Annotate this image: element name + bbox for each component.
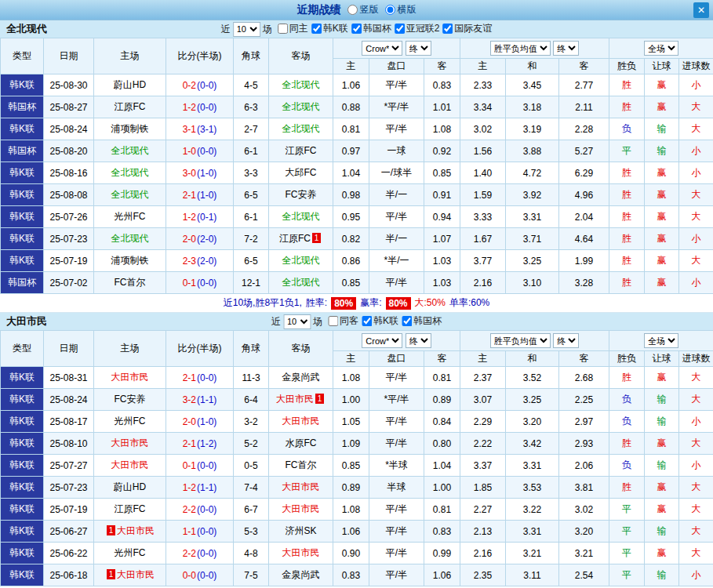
match-date: 25-08-20 [44, 140, 94, 162]
match-date: 25-08-08 [44, 184, 94, 206]
result-goals: 大 [679, 521, 713, 543]
view-option-vertical[interactable]: 竖版 [347, 3, 379, 16]
match-score: 2-1(1-2) [166, 433, 234, 455]
result-handicap: 赢 [645, 96, 679, 118]
result-handicap: 赢 [645, 184, 679, 206]
odds-final-select[interactable]: 终 [406, 333, 431, 348]
home-team-name: 蔚山HD [114, 79, 146, 90]
avg-away: 2.97 [559, 411, 609, 433]
red-card-badge: 1 [312, 233, 321, 243]
corner-score: 3-2 [234, 411, 269, 433]
avg-type-select[interactable]: 胜平负均值 [490, 41, 551, 56]
fulltime-score: 2-3 [183, 256, 196, 267]
result-goals: 小 [679, 228, 713, 250]
result-handicap: 赢 [645, 367, 679, 389]
header-result-handicap: 让球 [645, 59, 679, 74]
avg-final-select[interactable]: 终 [553, 333, 579, 348]
odds-final-select[interactable]: 终 [406, 41, 431, 56]
avg-away: 4.64 [559, 228, 609, 250]
filter-option[interactable]: 韩国杯 [351, 22, 391, 35]
filter-checkbox[interactable] [278, 24, 288, 34]
league-badge: 韩K联 [1, 250, 44, 272]
filter-option[interactable]: 韩K联 [311, 22, 348, 35]
filter-checkbox[interactable] [311, 24, 322, 34]
corner-score: 6-1 [234, 206, 269, 228]
away-team-name: 济州SK [285, 525, 316, 536]
vertical-radio[interactable] [347, 5, 358, 15]
odds-home: 1.06 [333, 74, 369, 96]
odds-away: 0.84 [424, 411, 460, 433]
dialog-title: 近期战绩 [297, 3, 341, 17]
red-card-badge: 1 [107, 569, 115, 579]
league-badge: 韩K联 [1, 564, 44, 586]
away-team-name: 大田市民 [276, 394, 314, 405]
match-count-select[interactable]: 10 [283, 314, 311, 329]
filter-option[interactable]: 韩国杯 [402, 314, 442, 328]
avg-home: 3.02 [460, 118, 506, 140]
red-card-badge: 1 [107, 525, 115, 535]
away-team-cell: 全北现代 [269, 250, 333, 272]
summary-handicap-rate-label: 赢率: [360, 296, 381, 310]
avg-away: 3.81 [559, 477, 609, 499]
league-badge: 韩K联 [1, 228, 44, 250]
header-odds-home: 主 [333, 59, 369, 74]
avg-draw: 3.52 [506, 367, 559, 389]
filter-option[interactable]: 同客 [328, 314, 358, 328]
match-date: 25-08-10 [44, 433, 94, 455]
match-date: 25-08-27 [44, 96, 94, 118]
match-score: 3-2(1-1) [166, 389, 234, 411]
header-avg-away: 客 [559, 59, 609, 74]
result-goals: 大 [679, 433, 713, 455]
filter-checkbox[interactable] [442, 24, 453, 34]
avg-home: 3.07 [460, 389, 506, 411]
away-team-cell: FC安养 [269, 184, 333, 206]
avg-draw: 3.42 [506, 433, 559, 455]
titlebar: 近期战绩 竖版 横版 ✕ [0, 0, 713, 20]
filter-option[interactable]: 同主 [278, 22, 308, 35]
avg-away: 3.20 [559, 521, 609, 543]
horizontal-radio[interactable] [385, 5, 395, 15]
home-team-cell: 大田市民 [94, 455, 166, 477]
avg-draw: 3.21 [506, 543, 559, 564]
avg-type-select[interactable]: 胜平负均值 [490, 333, 551, 348]
match-date: 25-08-16 [44, 162, 94, 184]
home-team-name: FC首尔 [115, 277, 146, 288]
avg-final-select[interactable]: 终 [553, 41, 579, 56]
odds-company-select[interactable]: Crow* [362, 41, 402, 56]
summary-record: 近10场,胜8平1负1, [224, 296, 302, 310]
header-odds-handicap: 盘口 [369, 59, 424, 74]
filter-option[interactable]: 韩K联 [362, 314, 398, 328]
odds-handicap: 平/半 [369, 564, 424, 586]
filter-checkbox[interactable] [351, 24, 362, 34]
filter-checkbox[interactable] [395, 24, 405, 34]
odds-company-select[interactable]: Crow* [362, 333, 402, 348]
filter-checkbox[interactable] [402, 316, 412, 326]
filter-label: 韩国杯 [363, 22, 391, 35]
avg-home: 3.33 [460, 206, 506, 228]
match-count-select[interactable]: 10 [233, 22, 260, 37]
header-avg-away: 客 [559, 351, 609, 367]
match-row: 韩K联25-07-26光州FC1-2(0-1)6-1全北现代0.95平/半0.9… [1, 206, 713, 228]
close-icon[interactable]: ✕ [693, 2, 709, 18]
filter-option[interactable]: 国际友谊 [442, 22, 492, 35]
scope-select[interactable]: 全场 [644, 333, 678, 348]
scope-select[interactable]: 全场 [644, 41, 678, 56]
result-wdl: 胜 [609, 184, 645, 206]
home-team-cell: 全北现代 [94, 140, 166, 162]
header-odds-away: 客 [424, 351, 460, 367]
view-option-horizontal[interactable]: 横版 [385, 3, 417, 16]
result-goals: 大 [679, 96, 713, 118]
halftime-score: (0-0) [197, 570, 216, 581]
corner-score: 6-4 [234, 389, 269, 411]
league-badge: 韩国杯 [1, 140, 44, 162]
filter-checkbox[interactable] [328, 316, 338, 326]
away-team-name: 全北现代 [282, 211, 320, 222]
avg-draw: 3.25 [506, 250, 559, 272]
home-team-cell: 全北现代 [94, 184, 166, 206]
header-avg-draw: 和 [506, 59, 559, 74]
away-team-cell: 全北现代 [269, 96, 333, 118]
result-goals: 小 [679, 272, 713, 294]
halftime-score: (0-0) [197, 146, 216, 157]
filter-option[interactable]: 亚冠联2 [395, 22, 440, 35]
filter-checkbox[interactable] [362, 316, 372, 326]
